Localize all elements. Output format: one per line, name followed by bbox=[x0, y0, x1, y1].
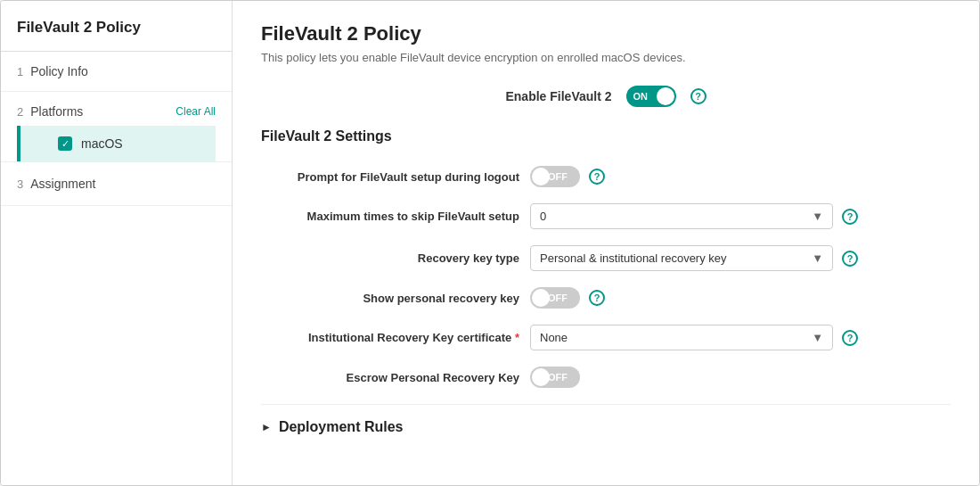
nav-label-policy-info: Policy Info bbox=[30, 64, 88, 78]
settings-table: Prompt for FileVault setup during logout… bbox=[261, 166, 951, 388]
recovery-key-type-control: Personal & institutional recovery key ▼ … bbox=[530, 245, 951, 271]
show-personal-key-label: Show personal recovery key bbox=[261, 292, 519, 305]
app-window: FileVault 2 Policy 1 Policy Info 2 Platf… bbox=[0, 0, 980, 486]
max-skip-help-icon[interactable]: ? bbox=[842, 209, 858, 225]
escrow-personal-toggle-text: OFF bbox=[548, 372, 568, 383]
platforms-row: 2 Platforms Clear All bbox=[17, 104, 216, 126]
sidebar-nav: 1 Policy Info 2 Platforms Clear All macO… bbox=[1, 52, 232, 485]
page-title: FileVault 2 Policy bbox=[261, 22, 951, 45]
show-personal-key-knob bbox=[532, 289, 550, 307]
show-personal-key-toggle-text: OFF bbox=[548, 292, 568, 303]
escrow-personal-label: Escrow Personal Recovery Key bbox=[261, 371, 519, 384]
recovery-key-type-value: Personal & institutional recovery key bbox=[540, 251, 727, 265]
step-num-1: 1 bbox=[17, 65, 23, 78]
prompt-logout-toggle[interactable]: OFF bbox=[530, 166, 580, 187]
irk-certificate-value: None bbox=[540, 331, 568, 344]
recovery-key-type-help-icon[interactable]: ? bbox=[842, 251, 858, 267]
setting-recovery-key-type: Recovery key type Personal & institution… bbox=[261, 245, 951, 271]
sidebar-item-platforms: 2 Platforms Clear All macOS bbox=[1, 92, 232, 162]
clear-all-button[interactable]: Clear All bbox=[176, 105, 216, 118]
enable-toggle-text: ON bbox=[633, 91, 649, 102]
setting-escrow-personal: Escrow Personal Recovery Key OFF bbox=[261, 367, 951, 388]
page-subtitle: This policy lets you enable FileVault de… bbox=[261, 51, 951, 64]
show-personal-key-toggle[interactable]: OFF bbox=[530, 287, 580, 309]
irk-certificate-control: None ▼ ? bbox=[530, 325, 951, 350]
platform-macos-item[interactable]: macOS bbox=[17, 126, 216, 161]
sidebar-title: FileVault 2 Policy bbox=[1, 1, 232, 52]
show-personal-key-control: OFF ? bbox=[530, 287, 951, 309]
recovery-key-type-label: Recovery key type bbox=[261, 251, 519, 265]
prompt-logout-control: OFF ? bbox=[530, 166, 951, 187]
macos-check-icon bbox=[58, 136, 72, 151]
recovery-key-type-arrow-icon: ▼ bbox=[812, 251, 823, 265]
sidebar-item-assignment[interactable]: 3 Assignment bbox=[1, 162, 232, 206]
irk-certificate-help-icon[interactable]: ? bbox=[842, 330, 858, 346]
prompt-logout-label: Prompt for FileVault setup during logout bbox=[261, 170, 519, 184]
sidebar-item-policy-info[interactable]: 1 Policy Info bbox=[1, 52, 232, 92]
max-skip-label: Maximum times to skip FileVault setup bbox=[261, 210, 519, 223]
max-skip-value: 0 bbox=[540, 210, 546, 223]
main-content: FileVault 2 Policy This policy lets you … bbox=[233, 1, 979, 485]
max-skip-control: 0 ▼ ? bbox=[530, 203, 951, 229]
prompt-logout-toggle-text: OFF bbox=[548, 171, 568, 182]
setting-irk-certificate: Institutional Recovery Key certificate *… bbox=[261, 325, 951, 350]
sidebar: FileVault 2 Policy 1 Policy Info 2 Platf… bbox=[1, 1, 233, 485]
show-personal-key-help-icon[interactable]: ? bbox=[589, 290, 605, 306]
escrow-personal-control: OFF bbox=[530, 367, 951, 388]
enable-filevault-toggle[interactable]: ON bbox=[626, 86, 676, 107]
enable-filevault-row: Enable FileVault 2 ON ? bbox=[261, 86, 951, 107]
prompt-logout-help-icon[interactable]: ? bbox=[589, 169, 605, 185]
nav-label-assignment: Assignment bbox=[30, 177, 95, 191]
max-skip-dropdown[interactable]: 0 ▼ bbox=[530, 203, 833, 229]
irk-required-asterisk: * bbox=[515, 331, 519, 344]
setting-show-personal-key: Show personal recovery key OFF ? bbox=[261, 287, 951, 309]
irk-certificate-label: Institutional Recovery Key certificate * bbox=[261, 331, 519, 344]
irk-certificate-arrow-icon: ▼ bbox=[812, 331, 823, 344]
deployment-arrow-icon: ► bbox=[261, 421, 272, 433]
deployment-rules-title: Deployment Rules bbox=[279, 419, 404, 435]
escrow-personal-knob bbox=[532, 368, 550, 386]
deployment-rules-header[interactable]: ► Deployment Rules bbox=[261, 419, 951, 435]
step-num-2: 2 bbox=[17, 105, 23, 119]
nav-label-platforms: Platforms bbox=[30, 104, 83, 119]
setting-prompt-logout: Prompt for FileVault setup during logout… bbox=[261, 166, 951, 187]
prompt-logout-knob bbox=[532, 168, 550, 185]
setting-max-skip: Maximum times to skip FileVault setup 0 … bbox=[261, 203, 951, 229]
enable-filevault-label: Enable FileVault 2 bbox=[505, 89, 611, 103]
section-title: FileVault 2 Settings bbox=[261, 128, 951, 148]
step-num-3: 3 bbox=[17, 177, 23, 191]
platform-macos-label: macOS bbox=[81, 136, 123, 151]
recovery-key-type-dropdown[interactable]: Personal & institutional recovery key ▼ bbox=[530, 245, 833, 271]
escrow-personal-toggle[interactable]: OFF bbox=[530, 367, 580, 388]
max-skip-arrow-icon: ▼ bbox=[812, 210, 823, 223]
irk-certificate-dropdown[interactable]: None ▼ bbox=[530, 325, 833, 350]
enable-toggle-knob bbox=[657, 87, 674, 105]
deployment-rules-section: ► Deployment Rules bbox=[261, 404, 951, 435]
enable-filevault-help-icon[interactable]: ? bbox=[690, 88, 706, 104]
